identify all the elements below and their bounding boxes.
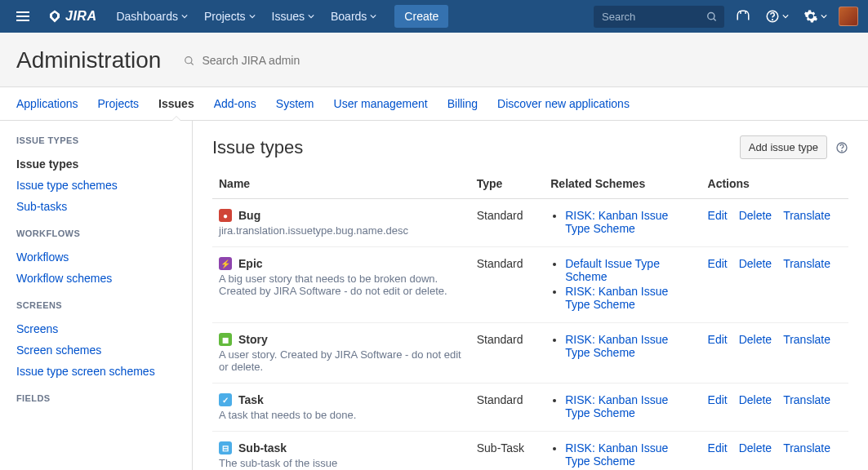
- nav-item-dashboards[interactable]: Dashboards: [108, 0, 196, 33]
- sidebar-item-issue-type-screen-schemes[interactable]: Issue type screen schemes: [16, 361, 176, 382]
- issue-type-icon: ◼: [219, 333, 232, 346]
- svg-point-0: [708, 13, 714, 20]
- sidebar-heading: ISSUE TYPES: [16, 135, 176, 145]
- translate-link[interactable]: Translate: [783, 209, 830, 222]
- issue-type-name: ●Bug: [219, 209, 464, 222]
- chevron-down-icon: [370, 13, 376, 20]
- issue-type-type: Sub-Task: [470, 432, 544, 471]
- delete-link[interactable]: Delete: [739, 257, 772, 270]
- tab-add-ons[interactable]: Add-ons: [214, 87, 256, 120]
- scheme-link[interactable]: RISK: Kanban Issue Type Scheme: [565, 393, 668, 419]
- tab-discover-new-applications[interactable]: Discover new applications: [497, 87, 630, 120]
- tab-user-management[interactable]: User management: [334, 87, 428, 120]
- top-nav-left: JIRA DashboardsProjectsIssuesBoards Crea…: [10, 0, 448, 33]
- issue-type-type: Standard: [470, 199, 544, 247]
- help-icon[interactable]: [762, 6, 792, 27]
- translate-link[interactable]: Translate: [783, 441, 830, 454]
- column-header: Actions: [701, 171, 848, 199]
- content: Issue types Add issue type NameTypeRelat…: [193, 121, 868, 470]
- column-header: Type: [470, 171, 544, 199]
- svg-point-7: [842, 150, 843, 151]
- issue-type-name: ✓Task: [219, 393, 464, 406]
- global-search: [594, 6, 724, 28]
- issue-type-icon: ⚡: [219, 257, 232, 270]
- issue-type-desc: The sub-task of the issue: [219, 457, 464, 469]
- chevron-down-icon: [249, 13, 256, 20]
- scheme-link[interactable]: RISK: Kanban Issue Type Scheme: [565, 209, 668, 235]
- sidebar-heading: WORKFLOWS: [16, 228, 176, 238]
- edit-link[interactable]: Edit: [708, 393, 728, 406]
- table-row: ⚡EpicA big user story that needs to be b…: [212, 247, 848, 323]
- scheme-link[interactable]: Default Issue Type Scheme: [565, 257, 660, 283]
- translate-link[interactable]: Translate: [783, 393, 830, 406]
- jira-logo[interactable]: JIRA: [39, 9, 105, 24]
- sidebar-item-screen-schemes[interactable]: Screen schemes: [16, 339, 176, 361]
- issue-type-type: Standard: [470, 323, 544, 384]
- issue-type-desc: jira.translation.issuetype.bug.name.desc: [219, 224, 464, 237]
- issue-type-icon: ✓: [219, 393, 232, 406]
- sidebar-item-screens[interactable]: Screens: [16, 318, 176, 339]
- search-input[interactable]: [594, 6, 724, 28]
- admin-tabs: ApplicationsProjectsIssuesAdd-onsSystemU…: [0, 87, 868, 121]
- content-header: Issue types Add issue type: [212, 135, 848, 159]
- admin-search: [184, 51, 347, 70]
- edit-link[interactable]: Edit: [708, 257, 728, 270]
- delete-link[interactable]: Delete: [739, 209, 772, 222]
- create-button[interactable]: Create: [394, 5, 448, 28]
- admin-search-input[interactable]: [184, 51, 347, 70]
- svg-point-4: [185, 57, 192, 64]
- issue-type-desc: A task that needs to be done.: [219, 409, 464, 421]
- tab-billing[interactable]: Billing: [447, 87, 478, 120]
- issue-type-icon: ⊟: [219, 441, 232, 454]
- sidebar-item-issue-types[interactable]: Issue types: [16, 153, 176, 175]
- settings-icon[interactable]: [800, 6, 830, 27]
- add-issue-type-button[interactable]: Add issue type: [740, 135, 827, 159]
- sidebar-item-sub-tasks[interactable]: Sub-tasks: [16, 196, 176, 217]
- edit-link[interactable]: Edit: [708, 441, 728, 454]
- nav-item-issues[interactable]: Issues: [264, 0, 323, 33]
- issue-type-type: Standard: [470, 384, 544, 432]
- tab-applications[interactable]: Applications: [16, 87, 78, 120]
- jira-logo-icon: [47, 9, 62, 24]
- content-title: Issue types: [212, 137, 303, 158]
- sidebar-item-workflow-schemes[interactable]: Workflow schemes: [16, 268, 176, 289]
- column-header: Name: [212, 171, 470, 199]
- page-title: Administration: [16, 47, 161, 73]
- svg-line-5: [191, 63, 194, 65]
- issue-type-type: Standard: [470, 247, 544, 323]
- user-avatar[interactable]: [839, 7, 858, 26]
- delete-link[interactable]: Delete: [739, 441, 772, 454]
- table-row: ●Bugjira.translation.issuetype.bug.name.…: [212, 199, 848, 247]
- tab-issues[interactable]: Issues: [158, 87, 194, 120]
- translate-link[interactable]: Translate: [783, 257, 830, 270]
- sidebar-item-issue-type-schemes[interactable]: Issue type schemes: [16, 175, 176, 196]
- scheme-link[interactable]: RISK: Kanban Issue Type Scheme: [565, 333, 668, 359]
- body: ISSUE TYPESIssue typesIssue type schemes…: [0, 121, 868, 470]
- top-nav-right: [594, 6, 858, 28]
- edit-link[interactable]: Edit: [708, 209, 728, 222]
- search-icon: [706, 10, 718, 23]
- logo-text: JIRA: [65, 9, 96, 24]
- translate-link[interactable]: Translate: [783, 333, 830, 346]
- delete-link[interactable]: Delete: [739, 393, 772, 406]
- sidebar-heading: FIELDS: [16, 393, 176, 403]
- feedback-icon[interactable]: [732, 6, 754, 27]
- sidebar-heading: SCREENS: [16, 300, 176, 310]
- edit-link[interactable]: Edit: [708, 333, 728, 346]
- delete-link[interactable]: Delete: [739, 333, 772, 346]
- issue-type-desc: A big user story that needs to be broken…: [219, 273, 464, 297]
- sidebar-item-workflows[interactable]: Workflows: [16, 246, 176, 268]
- issue-type-name: ◼Story: [219, 333, 464, 346]
- nav-item-projects[interactable]: Projects: [196, 0, 264, 33]
- tab-projects[interactable]: Projects: [98, 87, 140, 120]
- scheme-link[interactable]: RISK: Kanban Issue Type Scheme: [565, 441, 668, 468]
- table-row: ✓TaskA task that needs to be done.Standa…: [212, 384, 848, 432]
- nav-item-boards[interactable]: Boards: [323, 0, 385, 33]
- app-switcher-icon[interactable]: [10, 5, 36, 28]
- chevron-down-icon: [181, 13, 188, 20]
- tab-system[interactable]: System: [276, 87, 314, 120]
- svg-point-3: [772, 20, 773, 20]
- column-header: Related Schemes: [544, 171, 701, 199]
- help-icon[interactable]: [835, 140, 848, 154]
- scheme-link[interactable]: RISK: Kanban Issue Type Scheme: [565, 285, 668, 311]
